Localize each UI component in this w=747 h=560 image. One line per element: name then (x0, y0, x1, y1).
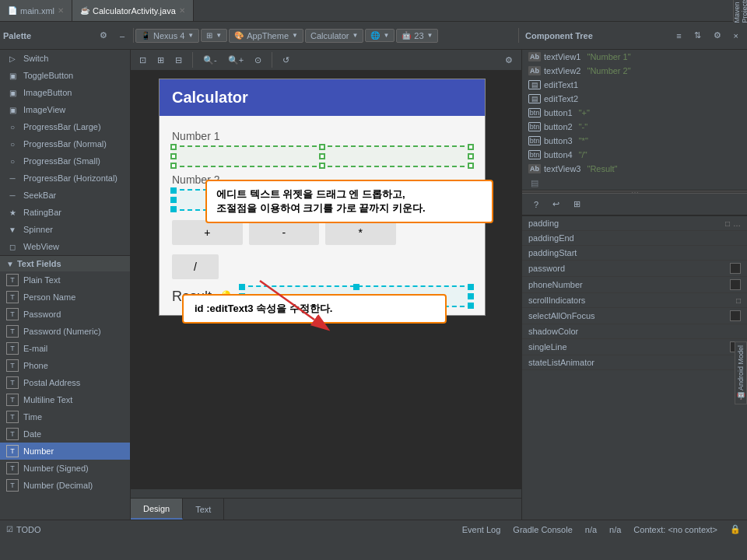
prop-selectAllOnFocus[interactable]: selectAllOnFocus (522, 308, 747, 324)
palette-item-multiline-text[interactable]: T Multiline Text (0, 391, 130, 408)
tree-item-button3[interactable]: btn button3 "*" (522, 134, 747, 148)
tree-item-button4[interactable]: btn button4 "/" (522, 148, 747, 162)
handle-bm[interactable] (319, 163, 325, 169)
palette-collapse-btn[interactable]: – (114, 28, 130, 43)
handle3-tr[interactable] (468, 284, 474, 290)
props-help-btn[interactable]: ? (528, 198, 544, 212)
palette-item-progressbar-small[interactable]: ○ ProgressBar (Small) (0, 152, 130, 170)
tab-calculator-activity[interactable]: ☕ CalculatorActivity.java ✕ (72, 0, 194, 21)
palette-item-postal-address[interactable]: T Postal Address (0, 374, 130, 391)
prop-scrollIndicators[interactable]: scrollIndicators □ (522, 293, 747, 308)
palette-item-plain-text[interactable]: T Plain Text (0, 271, 130, 289)
palette-item-ratingbar[interactable]: ★ RatingBar (0, 204, 130, 221)
palette-item-spinner[interactable]: ▼ Spinner (0, 221, 130, 238)
event-log-label[interactable]: Event Log (462, 525, 501, 534)
palette-item-seekbar[interactable]: ─ SeekBar (0, 187, 130, 204)
tree-item-partial[interactable]: ▤ (522, 176, 747, 190)
handle3-tl[interactable] (239, 284, 245, 290)
tree-expand-btn[interactable]: ⇅ (689, 28, 707, 43)
zoom-out-btn[interactable]: 🔍- (199, 54, 221, 67)
gradle-console-label[interactable]: Gradle Console (513, 525, 572, 534)
handle3-mr[interactable] (468, 293, 474, 299)
actual-size-btn[interactable]: ⊟ (171, 54, 186, 67)
prop-stateListAnimator[interactable]: stateListAnimator (522, 355, 747, 370)
tab-calculator-activity-close[interactable]: ✕ (179, 6, 185, 15)
tree-item-edittext2[interactable]: ▤ editText2 (522, 92, 747, 106)
palette-item-number[interactable]: T Number (0, 443, 130, 460)
edittext1-wrapper[interactable] (172, 145, 472, 167)
tree-sort-btn[interactable]: ≡ (671, 28, 686, 43)
tree-item-textview2[interactable]: Ab textView2 "Number 2" (522, 64, 747, 78)
prop-password[interactable]: password (522, 261, 747, 277)
palette-item-switch[interactable]: ▷ Switch (0, 50, 130, 67)
todo-label[interactable]: TODO (16, 525, 41, 534)
refresh-btn[interactable]: ↺ (279, 54, 293, 67)
prop-shadowColor[interactable]: shadowColor (522, 324, 747, 339)
palette-item-imagebutton[interactable]: ▣ ImageButton (0, 84, 130, 101)
prop-paddingStart[interactable]: paddingStart (522, 246, 747, 261)
orientation-dropdown[interactable]: ⊞ ▼ (201, 29, 227, 42)
palette-item-number-decimal[interactable]: T Number (Decimal) (0, 477, 130, 494)
horizontal-scrollbar[interactable] (131, 488, 521, 498)
tree-close-btn[interactable]: × (728, 28, 744, 43)
phoneNumber-checkbox[interactable] (730, 279, 741, 290)
prop-padding[interactable]: padding □ … (522, 216, 747, 231)
tab-text[interactable]: Text (183, 499, 224, 520)
tree-item-textview1[interactable]: Ab textView1 "Number 1" (522, 50, 747, 64)
handle-ml[interactable] (170, 153, 177, 159)
maven-projects-tab[interactable]: Maven Projects (733, 0, 747, 22)
tree-item-button2[interactable]: btn button2 "-" (522, 120, 747, 134)
password-checkbox[interactable] (730, 263, 741, 274)
palette-item-imageview[interactable]: ▣ ImageView (0, 101, 130, 118)
handle-center[interactable] (319, 153, 325, 159)
prop-phoneNumber[interactable]: phoneNumber (522, 277, 747, 293)
handle-mr[interactable] (468, 153, 474, 159)
android-model-tab[interactable]: 🤖 Android Model (735, 341, 747, 404)
prop-paddingEnd[interactable]: paddingEnd (522, 231, 747, 246)
minus-btn[interactable]: - (249, 220, 320, 245)
palette-item-password-numeric[interactable]: T Password (Numeric) (0, 323, 130, 340)
handle2-bl[interactable] (170, 206, 177, 212)
palette-item-email[interactable]: T E-mail (0, 340, 130, 357)
device-dropdown[interactable]: 📱 Nexus 4 ▼ (135, 29, 199, 43)
selectAllOnFocus-checkbox[interactable] (730, 310, 741, 321)
palette-item-time[interactable]: T Time (0, 408, 130, 425)
prop-singleLine[interactable]: singleLine (522, 339, 747, 355)
palette-item-togglebutton[interactable]: ▣ ToggleButton (0, 67, 130, 84)
palette-category-text-fields[interactable]: ▼ Text Fields (0, 255, 130, 271)
handle-tr[interactable] (468, 144, 474, 150)
props-filter-btn[interactable]: ⊞ (568, 197, 586, 212)
palette-item-progressbar-horizontal[interactable]: ─ ProgressBar (Horizontal) (0, 170, 130, 187)
handle-br[interactable] (468, 163, 474, 169)
palette-item-password[interactable]: T Password (0, 306, 130, 323)
handle-tl[interactable] (170, 144, 177, 150)
fit-screen-btn[interactable]: ⊡ (135, 54, 150, 67)
tab-design[interactable]: Design (131, 499, 183, 520)
palette-item-person-name[interactable]: T Person Name (0, 289, 130, 306)
tab-main-xml[interactable]: 📄 main.xml ✕ (0, 0, 72, 21)
handle3-br[interactable] (468, 303, 474, 309)
palette-item-progressbar-large[interactable]: ○ ProgressBar (Large) (0, 118, 130, 135)
palette-item-progressbar-normal[interactable]: ○ ProgressBar (Normal) (0, 135, 130, 152)
tree-item-textview3[interactable]: Ab textView3 "Result" (522, 162, 747, 176)
zoom-fit-btn[interactable]: ⊞ (153, 54, 168, 67)
palette-item-phone[interactable]: T Phone (0, 357, 130, 374)
palette-settings-btn[interactable]: ⚙ (94, 28, 113, 43)
props-undo-btn[interactable]: ↩ (547, 197, 565, 212)
settings-gear-btn[interactable]: ⚙ (501, 54, 517, 67)
locale-dropdown[interactable]: 🌐 ▼ (365, 29, 395, 42)
tree-item-button1[interactable]: btn button1 "+" (522, 106, 747, 120)
tab-main-xml-close[interactable]: ✕ (58, 6, 64, 15)
activity-dropdown[interactable]: Calculator ▼ (305, 29, 363, 43)
plus-btn[interactable]: + (172, 220, 243, 245)
handle-bl[interactable] (170, 163, 177, 169)
tree-settings-btn[interactable]: ⚙ (708, 28, 727, 43)
zoom-reset-btn[interactable]: ⊙ (251, 54, 265, 67)
multiply-btn[interactable]: * (325, 220, 396, 245)
handle2-tl[interactable] (170, 187, 177, 194)
handle3-tm[interactable] (353, 284, 359, 290)
handle-tm[interactable] (319, 144, 325, 150)
palette-item-number-signed[interactable]: T Number (Signed) (0, 460, 130, 477)
palette-item-webview[interactable]: ◻ WebView (0, 238, 130, 255)
palette-item-date[interactable]: T Date (0, 425, 130, 443)
